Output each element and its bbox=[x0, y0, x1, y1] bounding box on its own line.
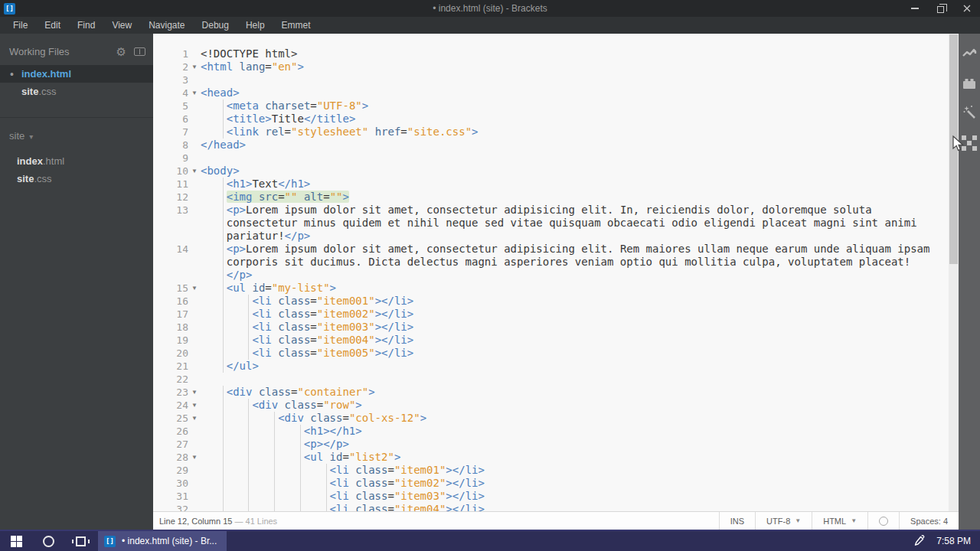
split-view-icon[interactable] bbox=[134, 47, 145, 56]
code-text[interactable]: corporis sit ducimus. Dicta delectus mag… bbox=[201, 256, 949, 269]
code-text[interactable] bbox=[201, 152, 949, 165]
code-text[interactable]: </ul> bbox=[201, 360, 949, 373]
minimize-button[interactable] bbox=[902, 0, 928, 17]
menu-emmet[interactable]: Emmet bbox=[273, 18, 319, 33]
code-text[interactable]: <li class="item02"></li> bbox=[201, 477, 949, 490]
menu-help[interactable]: Help bbox=[237, 18, 273, 33]
lint-status[interactable] bbox=[867, 512, 899, 530]
code-text[interactable] bbox=[201, 373, 949, 386]
token-a: class bbox=[278, 347, 310, 359]
code-text[interactable]: <ul id="my-list"> bbox=[201, 282, 949, 295]
live-preview-icon[interactable] bbox=[962, 47, 977, 65]
token-t: <li bbox=[330, 490, 349, 502]
code-text[interactable]: <div class="row"> bbox=[201, 399, 949, 412]
line-number: 22 bbox=[153, 373, 188, 386]
menu-navigate[interactable]: Navigate bbox=[140, 18, 193, 33]
code-text[interactable]: <!DOCTYPE html> bbox=[201, 47, 949, 60]
fold-arrow-icon[interactable]: ▼ bbox=[188, 451, 201, 464]
code-text[interactable]: </head> bbox=[201, 139, 949, 152]
ink-workspace-icon[interactable] bbox=[912, 534, 926, 548]
code-text[interactable]: consectetur minus quidem et nihil neque … bbox=[201, 217, 949, 230]
code-text[interactable] bbox=[201, 73, 949, 86]
project-file-indexhtml[interactable]: index.html bbox=[0, 152, 153, 170]
code-text[interactable]: <h1>Text</h1> bbox=[201, 178, 949, 191]
insert-mode-toggle[interactable]: INS bbox=[719, 512, 755, 530]
menu-edit[interactable]: Edit bbox=[36, 18, 69, 33]
line-number: 1 bbox=[153, 47, 188, 60]
statusbar-left: Line 12, Column 15 — 41 Lines bbox=[153, 517, 719, 526]
code-text[interactable]: <html lang="en"> bbox=[201, 60, 949, 73]
code-text[interactable]: <li class="item005"></li> bbox=[201, 347, 949, 360]
vertical-scrollbar[interactable] bbox=[949, 34, 959, 511]
start-button[interactable] bbox=[0, 531, 32, 551]
taskbar-app-brackets[interactable]: [] • index.html (site) - Br... bbox=[98, 531, 227, 551]
restore-button[interactable] bbox=[928, 0, 954, 17]
code-text[interactable]: <head> bbox=[201, 86, 949, 99]
magic-wand-icon[interactable] bbox=[962, 105, 977, 122]
token-p: Title bbox=[272, 112, 304, 125]
code-text[interactable]: <ul id="list2"> bbox=[201, 451, 949, 464]
close-button[interactable] bbox=[954, 0, 980, 17]
encoding-select[interactable]: UTF-8▼ bbox=[755, 512, 812, 530]
line-number: 2 bbox=[153, 60, 188, 73]
code-text[interactable]: <p></p> bbox=[201, 438, 949, 451]
code-text[interactable]: <li class="item004"></li> bbox=[201, 334, 949, 347]
task-view-button[interactable] bbox=[64, 531, 96, 551]
fold-gutter bbox=[188, 126, 201, 139]
code-text[interactable]: </p> bbox=[201, 269, 949, 282]
code-text[interactable]: <h1></h1> bbox=[201, 425, 949, 438]
fold-arrow-icon[interactable]: ▼ bbox=[188, 386, 201, 399]
working-file-indexhtml[interactable]: •index.html bbox=[0, 65, 153, 83]
cursor-position[interactable]: Line 12, Column 15 bbox=[159, 517, 232, 526]
fold-arrow-icon[interactable]: ▼ bbox=[188, 86, 201, 99]
code-text[interactable]: <div class="col-xs-12"> bbox=[201, 412, 949, 425]
code-text[interactable]: <link rel="stylesheet" href="site.css"> bbox=[201, 126, 949, 139]
code-text[interactable]: <title>Title</title> bbox=[201, 112, 949, 126]
menu-file[interactable]: File bbox=[5, 18, 36, 33]
code-pane[interactable]: 1<!DOCTYPE html>2▼<html lang="en">34▼<he… bbox=[153, 34, 949, 511]
project-dropdown[interactable]: site▾ bbox=[0, 127, 153, 152]
code-editor[interactable]: 1<!DOCTYPE html>2▼<html lang="en">34▼<he… bbox=[153, 34, 959, 511]
code-text[interactable]: <img src="" alt=""> bbox=[201, 191, 949, 204]
code-text[interactable]: <li class="item03"></li> bbox=[201, 490, 949, 503]
code-text[interactable]: <meta charset="UTF-8"> bbox=[201, 99, 949, 112]
token-p: <!DOCTYPE html> bbox=[201, 47, 297, 60]
gear-icon[interactable]: ⚙ bbox=[116, 46, 126, 57]
extension-manager-icon[interactable] bbox=[962, 77, 976, 93]
code-text[interactable]: <li class="item001"></li> bbox=[201, 295, 949, 308]
menu-debug[interactable]: Debug bbox=[194, 18, 237, 33]
code-text[interactable]: <li class="item002"></li> bbox=[201, 308, 949, 321]
indent-setting[interactable]: Spaces: 4 bbox=[899, 512, 959, 530]
fold-arrow-icon[interactable]: ▼ bbox=[188, 399, 201, 412]
code-text[interactable]: <li class="item003"></li> bbox=[201, 321, 949, 334]
token-p bbox=[278, 399, 284, 411]
code-text[interactable]: <li class="item01"></li> bbox=[201, 464, 949, 477]
code-text[interactable]: <div class="container"> bbox=[201, 386, 949, 399]
code-line: 12 <img src="" alt=""> bbox=[153, 191, 949, 204]
token-p bbox=[272, 334, 278, 346]
working-file-sitecss[interactable]: site.css bbox=[0, 83, 153, 100]
cortana-button[interactable] bbox=[32, 531, 64, 551]
menu-view[interactable]: View bbox=[103, 18, 140, 33]
project-file-sitecss[interactable]: site.css bbox=[0, 170, 153, 187]
fold-arrow-icon[interactable]: ▼ bbox=[188, 412, 201, 425]
fold-arrow-icon[interactable]: ▼ bbox=[188, 60, 201, 73]
token-t: ></li> bbox=[446, 464, 485, 476]
code-text[interactable]: <body> bbox=[201, 165, 949, 178]
code-text[interactable]: <p>Lorem ipsum dolor sit amet, consectet… bbox=[201, 204, 949, 217]
token-p: Lorem ipsum dolor sit amet, consectetur … bbox=[246, 243, 929, 255]
code-text[interactable]: <p>Lorem ipsum dolor sit amet, consectet… bbox=[201, 243, 949, 256]
indent-guide bbox=[326, 490, 327, 503]
token-s: "item001" bbox=[317, 295, 375, 307]
fold-arrow-icon[interactable]: ▼ bbox=[188, 282, 201, 295]
menu-find[interactable]: Find bbox=[69, 18, 103, 33]
token-a: src bbox=[259, 191, 278, 203]
code-text[interactable]: pariatur!</p> bbox=[201, 230, 949, 243]
fold-arrow-icon[interactable]: ▼ bbox=[188, 165, 201, 178]
language-select[interactable]: HTML▼ bbox=[812, 512, 867, 530]
code-text[interactable]: <li class="item04"></li> bbox=[201, 503, 949, 511]
token-p bbox=[201, 464, 330, 476]
clock[interactable]: 7:58 PM bbox=[936, 536, 971, 546]
fold-gutter bbox=[188, 438, 201, 451]
code-line: 17 <li class="item002"></li> bbox=[153, 308, 949, 321]
